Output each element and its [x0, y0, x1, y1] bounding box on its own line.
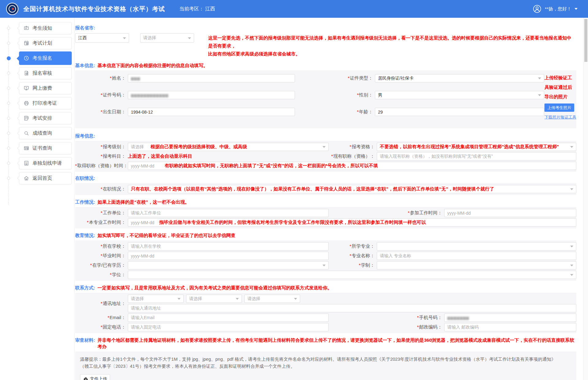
school-years-select[interactable]	[377, 261, 576, 269]
dropdown-caret-icon	[570, 265, 573, 268]
cert-type-label: 证件类型：	[350, 75, 373, 81]
school-field[interactable]: 请输入所在学校	[128, 242, 329, 250]
education-panel: *所在学校： 请输入所在学校 *所学专业： *毕业时间： yyyy-MM-dd …	[75, 240, 576, 281]
home-icon	[23, 175, 29, 181]
graduate-time-field[interactable]: yyyy-MM-dd	[128, 252, 329, 260]
timeline-dot	[7, 42, 10, 45]
major-work-time-field[interactable]: yyyy-MM-dd 指毕业后做与本专业相关工作的时间，但软考报名对考生所学专业…	[128, 218, 576, 227]
sidebar-item-certificate-query[interactable]: 证书查询	[19, 142, 72, 154]
sidebar-item-score-query[interactable]: 成绩查询	[19, 127, 72, 139]
sidebar-item-home[interactable]: 返回首页	[19, 172, 72, 184]
name-field[interactable]: ▆▆▆	[128, 74, 295, 82]
cloud-upload-icon	[83, 376, 89, 380]
degree-level-select[interactable]	[128, 261, 329, 269]
sidebar-item-registration[interactable]: 考生报名	[19, 51, 72, 65]
sidebar-item-payment[interactable]: ¥ 网上缴费	[19, 82, 72, 94]
sidebar-item-label: 打印准考证	[32, 100, 57, 107]
address-city-select[interactable]: 请选择	[186, 295, 242, 303]
dropdown-caret-icon	[188, 37, 191, 41]
gender-select[interactable]: 男	[375, 91, 544, 99]
tel-field[interactable]: 请输入固定电话	[128, 323, 329, 331]
employment-status-select[interactable]: 只有在职、在校两个选项（以前是有“其他”选项的，现在好像没了），如果没有工作单位…	[128, 185, 576, 193]
sidebar-item-label: 考试安排	[32, 115, 52, 122]
materials-section-note: 并非每个地区都需要上传属地证明材料，如有要求请按照要求上传，有些考生可能遇到上传…	[97, 337, 576, 350]
sidebar-item-exam-plan[interactable]: 考试计划	[19, 37, 72, 49]
monitor-yuan-icon: ¥	[23, 85, 29, 91]
cert-no-field[interactable]: ▆▆▆▆▆▆▆▆▆▆▆▆	[128, 91, 295, 99]
dropdown-caret-icon	[178, 298, 181, 301]
tel-label: 固定电话：	[103, 324, 126, 329]
dropdown-caret-icon	[538, 77, 541, 81]
sidebar-item-label: 网上缴费	[32, 85, 52, 92]
degree-label: 学位：	[112, 272, 126, 277]
upload-photo-button[interactable]: 上传考生照片	[544, 103, 574, 112]
basic-section-label: 基本信息:	[75, 63, 95, 69]
timeline-dot	[7, 102, 10, 105]
degree-select[interactable]	[128, 271, 576, 279]
level-select[interactable]: 请选择 根据自己要报考的级别选择初级、中级、或高级	[128, 143, 329, 151]
sidebar-item-review[interactable]: 报名审核	[19, 67, 72, 79]
dropdown-caret-icon	[538, 94, 541, 98]
contact-section-note: 一定要如实填写，且是常用联系地址及方式，因为有关考试之类的重要信息可能会通过你填…	[97, 284, 332, 291]
address-district-select[interactable]: 请选择	[244, 295, 300, 303]
email-field[interactable]: 请输入Email	[128, 314, 329, 322]
sidebar-item-notice[interactable]: 考生须知	[19, 22, 72, 34]
city-select[interactable]: 请选择	[140, 33, 194, 43]
sidebar-item-label: 返回首页	[32, 175, 52, 182]
cert-type-select[interactable]: 居民身份证/社保卡	[375, 74, 544, 82]
age-field[interactable]: 29	[375, 108, 544, 116]
scrollbar-thumb[interactable]	[584, 19, 587, 62]
employment-status-label: 在职情况：	[103, 186, 126, 191]
photo-upload-zone: 上传经验证工具验证通过后导出的照片 上传考生照片 下载照片验证工具	[544, 73, 575, 120]
timeline-dot	[7, 72, 10, 75]
name-label: 姓名：	[112, 75, 126, 81]
chevron-down-icon[interactable]	[575, 8, 578, 11]
title-time-label: 取得职称（资格）时间：	[77, 163, 128, 168]
certificate-window-icon	[23, 145, 29, 151]
timeline-dot	[7, 147, 10, 150]
materials-section-label: 审查材料:	[75, 337, 95, 343]
title-time-field[interactable]: yyyy-MM-dd 有职称的就如实填写时间，无职称的上面填了“无”或“没有”的…	[128, 162, 576, 170]
birth-date-field[interactable]: 1994-08-12	[128, 108, 295, 116]
school-years-label: 学制：	[361, 262, 375, 268]
dropdown-caret-icon	[323, 146, 326, 149]
dropdown-caret-icon	[570, 274, 573, 277]
zip-field[interactable]: 请输入 邮政编码	[444, 323, 576, 331]
basic-info-panel: *姓名： ▆▆▆ *证件类型： 居民身份证/社保卡 *证件号码： ▆▆▆▆▆▆▆…	[75, 70, 576, 128]
sidebar-item-label: 成绩查询	[32, 130, 52, 137]
download-photo-tool-link[interactable]: 下载照片验证工具	[544, 115, 575, 120]
dropdown-caret-icon	[236, 298, 239, 301]
qualification-select[interactable]: 不要选错，以前有考生出现过报考“系统集成项目管理工程师”选成"信息系统管理工程师…	[377, 143, 576, 151]
printer-icon	[23, 100, 29, 106]
address-province-select[interactable]: 请选择	[128, 295, 184, 303]
sidebar-item-label: 证书查询	[32, 145, 52, 152]
studied-major-label: 所学专业：	[352, 243, 375, 249]
address-detail-field[interactable]: 请输入通讯地址	[128, 304, 576, 312]
timeline-dot	[7, 27, 10, 30]
svg-text:A±: A±	[25, 161, 28, 164]
photo-note: 上传经验证工具验证通过后导出的照片	[544, 73, 575, 101]
mobile-field[interactable]: ▆▆▆▆▆▆▆	[444, 314, 576, 322]
subject-label: 报考科目：	[103, 153, 126, 159]
sidebar-item-exam-arrangement[interactable]: 考试安排	[19, 112, 72, 124]
calendar-clock-icon	[23, 40, 29, 46]
province-select[interactable]: 江西	[75, 33, 129, 43]
avatar-icon	[533, 4, 542, 13]
work-unit-field[interactable]: 请输入工作单位	[128, 209, 329, 217]
work-unit-label: 工作单位：	[103, 210, 126, 215]
graduate-time-label: 毕业时间：	[103, 253, 126, 258]
user-menu[interactable]: **扬，您好！	[533, 4, 578, 13]
current-title-field[interactable]: 请输入现有职称（资格），如没有职称则填写“无”或者“没有”	[377, 152, 576, 160]
sidebar-item-print-ticket[interactable]: 打印准考证	[19, 97, 72, 109]
major-work-time-hint: 指毕业后做与本专业相关工作的时间，但软考报名对考生所学专业及专业工作年限没有要求…	[159, 220, 426, 225]
page-scrollbar[interactable]	[583, 18, 588, 380]
file-upload-button[interactable]: 文件上传	[80, 374, 110, 380]
timeline-dot	[7, 177, 10, 180]
timeline-dot	[7, 56, 11, 60]
sidebar-item-separate-line-apply[interactable]: A± 单独划线申请	[19, 157, 72, 169]
school-label: 所在学校：	[103, 243, 126, 249]
work-start-field[interactable]: yyyy-MM-dd	[444, 209, 576, 217]
major-name-field[interactable]: 请输入 专业名称	[377, 252, 576, 260]
degree-level-label: 在学/已有学历：	[92, 262, 126, 268]
studied-major-select[interactable]	[377, 242, 576, 250]
